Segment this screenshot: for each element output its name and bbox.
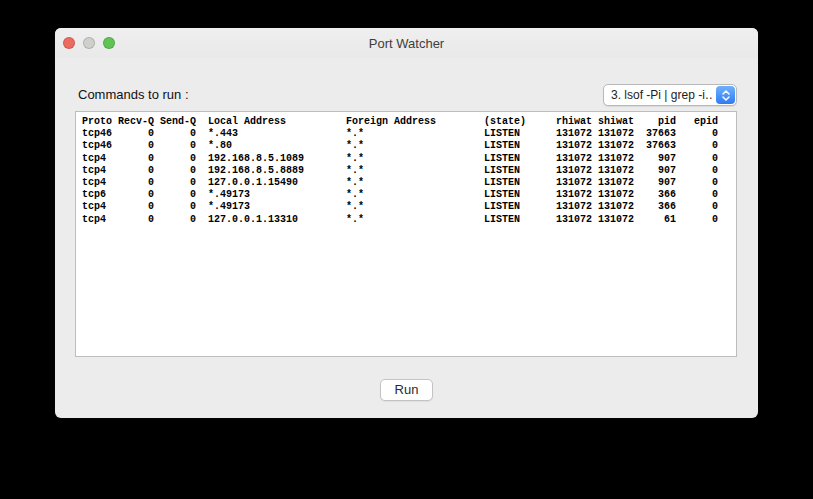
window-title: Port Watcher	[55, 28, 758, 58]
commands-label: Commands to run :	[78, 87, 189, 102]
select-stepper	[716, 86, 735, 104]
chevron-down-icon	[722, 96, 730, 101]
run-button[interactable]: Run	[380, 379, 433, 401]
chevron-up-icon	[722, 90, 730, 95]
output-text: Proto Recv-Q Send-Q Local Address Foreig…	[76, 112, 736, 226]
port-watcher-window: Port Watcher Commands to run : 3. lsof -…	[55, 28, 758, 418]
command-select-value: 3. lsof -Pi | grep -i…	[611, 85, 712, 105]
output-area[interactable]: Proto Recv-Q Send-Q Local Address Foreig…	[75, 111, 737, 357]
desktop-background: Port Watcher Commands to run : 3. lsof -…	[0, 0, 813, 499]
command-select[interactable]: 3. lsof -Pi | grep -i…	[603, 84, 737, 106]
window-titlebar[interactable]: Port Watcher	[55, 28, 758, 58]
